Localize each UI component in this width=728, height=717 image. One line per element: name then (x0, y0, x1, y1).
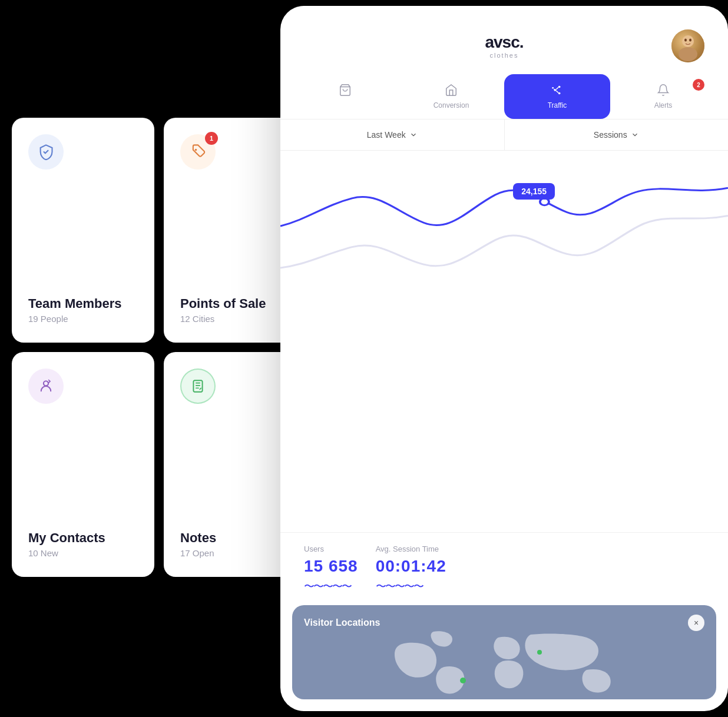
tab-alerts[interactable]: 2 Alerts (610, 74, 716, 119)
metric-label: Sessions (594, 130, 627, 140)
svg-point-9 (558, 86, 561, 88)
users-wave: 〜〜〜〜〜 (304, 579, 358, 593)
svg-point-7 (689, 39, 691, 42)
visitor-map (292, 629, 716, 699)
points-of-sale-subtitle: 12 Cities (180, 314, 290, 324)
svg-point-4 (679, 47, 697, 61)
traffic-chart (280, 157, 728, 310)
team-members-subtitle: 19 People (28, 314, 138, 324)
svg-point-6 (684, 39, 687, 42)
tab-alerts-label: Alerts (654, 101, 673, 109)
world-map-svg (292, 629, 716, 699)
notes-icon (190, 379, 206, 394)
svg-point-16 (460, 678, 466, 683)
my-contacts-title: My Contacts (28, 530, 138, 546)
users-stat: Users 15 658 〜〜〜〜〜 (304, 545, 358, 593)
notes-subtitle: 17 Open (180, 548, 290, 558)
my-contacts-card[interactable]: My Contacts 10 New (12, 352, 154, 577)
tab-content[interactable] (292, 74, 398, 119)
svg-point-10 (558, 92, 561, 95)
chevron-down-icon (409, 131, 418, 139)
my-contacts-subtitle: 10 New (28, 548, 138, 558)
logo-text: avsc. (485, 33, 523, 52)
svg-line-12 (556, 91, 558, 93)
shop-icon (445, 84, 458, 97)
chart-area: 24,155 (280, 151, 728, 532)
right-panel: avsc. clothes (280, 0, 728, 717)
team-members-card[interactable]: Team Members 19 People (12, 118, 154, 343)
team-members-content: Team Members 19 People (28, 296, 138, 324)
my-contacts-icon-wrapper (28, 369, 64, 404)
avatar-image (671, 29, 704, 62)
tab-conversion-label: Conversion (434, 101, 469, 109)
tab-conversion[interactable]: Conversion (398, 74, 504, 119)
notes-content: Notes 17 Open (180, 530, 290, 558)
bell-icon (657, 84, 670, 97)
notes-title: Notes (180, 530, 290, 546)
visitor-locations-card: Visitor Locations × (292, 605, 716, 699)
avg-session-wave: 〜〜〜〜〜 (376, 579, 446, 593)
svg-line-11 (556, 87, 558, 89)
chart-tooltip: 24,155 (513, 183, 555, 200)
logo-tagline: clothes (490, 52, 519, 59)
period-filter[interactable]: Last Week (280, 120, 505, 150)
points-of-sale-icon-wrapper: 1 (180, 134, 216, 170)
period-label: Last Week (367, 130, 406, 140)
svg-point-1 (44, 381, 48, 386)
metric-filter[interactable]: Sessions (505, 120, 729, 150)
svg-point-5 (682, 35, 694, 47)
tag-icon (190, 144, 206, 160)
tab-traffic[interactable]: Traffic (504, 74, 610, 119)
stats-row: Users 15 658 〜〜〜〜〜 Avg. Session Time 00:… (280, 532, 728, 605)
phone-header: avsc. clothes (280, 6, 728, 62)
my-contacts-content: My Contacts 10 New (28, 530, 138, 558)
visitor-locations-title: Visitor Locations (304, 618, 380, 628)
points-of-sale-title: Points of Sale (180, 296, 290, 311)
avg-session-label: Avg. Session Time (376, 545, 446, 553)
avg-session-value: 00:01:42 (376, 557, 446, 576)
svg-rect-2 (193, 380, 202, 392)
avg-session-stat: Avg. Session Time 00:01:42 〜〜〜〜〜 (376, 545, 446, 593)
logo-area: avsc. clothes (485, 33, 523, 59)
svg-line-14 (554, 89, 555, 89)
users-value: 15 658 (304, 557, 358, 576)
team-members-title: Team Members (28, 296, 138, 311)
team-members-icon-wrapper (28, 134, 64, 170)
contacts-icon (38, 378, 54, 394)
chevron-down-icon-2 (631, 131, 639, 139)
nav-tabs: Conversion Traffic (280, 62, 728, 120)
svg-point-13 (552, 87, 554, 89)
left-panel: Team Members 19 People 1 Points of Sale … (0, 0, 318, 717)
notes-icon-wrapper (180, 369, 216, 404)
svg-point-0 (195, 149, 197, 151)
phone-container: avsc. clothes (280, 6, 728, 711)
points-of-sale-badge: 1 (205, 132, 218, 145)
shield-icon (38, 144, 54, 160)
network-icon (551, 84, 564, 97)
points-of-sale-content: Points of Sale 12 Cities (180, 296, 290, 324)
cards-grid: Team Members 19 People 1 Points of Sale … (0, 0, 318, 589)
bag-icon (339, 84, 352, 97)
filter-bar: Last Week Sessions (280, 120, 728, 151)
svg-point-17 (537, 650, 542, 655)
users-label: Users (304, 545, 358, 553)
avatar[interactable] (671, 29, 704, 62)
alerts-badge: 2 (693, 79, 704, 91)
tab-traffic-label: Traffic (548, 101, 567, 109)
